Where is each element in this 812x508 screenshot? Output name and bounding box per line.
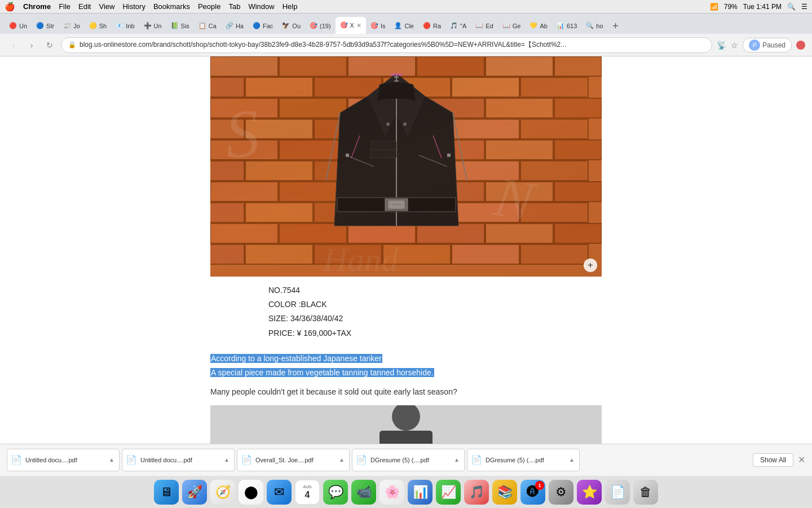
tab-11[interactable]: 🦅 Ou — [277, 18, 305, 34]
download-item-5[interactable]: 📄 DGresume (5) (....pdf ▲ — [467, 449, 580, 471]
tab-17[interactable]: 🎵 "A — [445, 18, 471, 34]
highlight-line-1: According to a long-established Japanese… — [210, 352, 602, 366]
download-info-1: Untitled docu....pdf — [25, 457, 105, 463]
tab-18[interactable]: 📖 Ed — [471, 18, 497, 34]
tab-6[interactable]: ➕ Un — [139, 18, 166, 34]
tab-5[interactable]: 📧 Inb — [111, 18, 139, 34]
cast-icon[interactable]: 📡 — [717, 41, 726, 50]
tab-7[interactable]: 📗 Sis — [166, 18, 194, 34]
control-strip-icon[interactable]: ☰ — [801, 3, 807, 11]
tab-16[interactable]: 🔴 Ra — [418, 18, 445, 34]
svg-rect-5 — [486, 56, 553, 76]
tab-3[interactable]: 📰 Jo — [59, 18, 85, 34]
keynote-icon: 📊 — [413, 485, 428, 500]
show-all-button[interactable]: Show All — [753, 453, 793, 467]
tab-close-13[interactable]: ✕ — [356, 22, 361, 29]
record-button[interactable] — [796, 41, 805, 50]
svg-rect-12 — [520, 77, 588, 97]
tab-15[interactable]: 👤 Cle — [390, 18, 418, 34]
url-bar[interactable]: 🔒 blog.us-onlinestore.com/brand/schott/s… — [61, 37, 712, 53]
download-chevron-4[interactable]: ▲ — [454, 457, 460, 463]
dock-item-trash[interactable]: 🗑 — [633, 480, 658, 505]
dock-item-books[interactable]: 📚 — [492, 480, 517, 505]
tab-title-6: Un — [154, 23, 162, 29]
dock-item-safari[interactable]: 🧭 — [210, 480, 235, 505]
tab-favicon-11: 🦅 — [282, 22, 290, 30]
tab-favicon-1: 🔴 — [9, 22, 17, 30]
dock-item-numbers[interactable]: 📈 — [436, 480, 461, 505]
bookmark-star-icon[interactable]: ☆ — [731, 41, 738, 50]
tab-title-15: Cle — [404, 23, 414, 29]
menu-edit[interactable]: Edit — [78, 2, 91, 11]
menu-history[interactable]: History — [122, 2, 145, 11]
download-item-1[interactable]: 📄 Untitled docu....pdf ▲ — [7, 449, 120, 471]
tab-12[interactable]: 🎯 (19) — [305, 18, 336, 34]
dock-item-sysprefs[interactable]: ⚙ — [549, 480, 573, 505]
svg-rect-49 — [210, 224, 278, 243]
tab-title-3: Jo — [73, 23, 80, 29]
reload-button[interactable]: ↻ — [43, 38, 56, 52]
download-item-3[interactable]: 📄 Overall_St. Joe....pdf ▲ — [237, 449, 350, 471]
download-chevron-1[interactable]: ▲ — [109, 457, 114, 463]
download-chevron-2[interactable]: ▲ — [224, 457, 230, 463]
tab-4[interactable]: 🟡 Sh — [85, 18, 111, 34]
ssl-lock-icon: 🔒 — [68, 41, 76, 49]
dock-item-music[interactable]: 🎵 — [464, 480, 489, 505]
image-expand-button[interactable]: + — [584, 259, 597, 272]
dock-item-keynote[interactable]: 📊 — [408, 480, 433, 505]
download-chevron-3[interactable]: ▲ — [339, 457, 345, 463]
dock-item-capturismo[interactable]: ⭐ — [577, 480, 602, 505]
tab-21[interactable]: 📊 613 — [552, 18, 581, 34]
apple-menu[interactable]: 🍎 — [5, 2, 15, 12]
tab-14[interactable]: 🎯 Is — [366, 18, 390, 34]
new-tab-button[interactable]: + — [608, 18, 624, 34]
dock-item-finder2[interactable]: 📄 — [605, 480, 630, 505]
menu-help[interactable]: Help — [283, 2, 298, 11]
tab-13-active[interactable]: 🎯 X ✕ — [336, 17, 366, 34]
svg-rect-3 — [348, 56, 416, 76]
menu-tab[interactable]: Tab — [228, 2, 240, 11]
search-icon[interactable]: 🔍 — [787, 3, 796, 11]
tab-1[interactable]: 🔴 Un — [5, 18, 32, 34]
menu-file[interactable]: File — [59, 2, 70, 11]
dock-item-appstore[interactable]: 🅐 1 — [520, 480, 545, 505]
download-item-4[interactable]: 📄 DGresume (5) (....pdf ▲ — [352, 449, 465, 471]
dock-item-calendar[interactable]: AUG4 — [295, 480, 320, 505]
tab-19[interactable]: 📖 Ge — [498, 18, 526, 34]
tab-20[interactable]: 💛 Ab — [525, 18, 551, 34]
forward-button[interactable]: › — [25, 38, 38, 52]
svg-rect-55 — [210, 244, 244, 264]
tab-title-16: Ra — [433, 23, 441, 29]
menu-view[interactable]: View — [99, 2, 114, 11]
paused-button[interactable]: P Paused — [743, 38, 792, 52]
menu-chrome[interactable]: Chrome — [23, 2, 51, 11]
dock-item-launchpad[interactable]: 🚀 — [182, 480, 207, 505]
downloads-close-button[interactable]: ✕ — [798, 454, 805, 465]
dock-item-mail[interactable]: ✉ — [267, 480, 292, 505]
svg-rect-66 — [394, 80, 399, 82]
dock-item-messages[interactable]: 💬 — [323, 480, 348, 505]
dock-item-facetime[interactable]: 📹 — [351, 480, 376, 505]
tab-8[interactable]: 📋 Ca — [194, 18, 221, 34]
tab-10[interactable]: 🔵 Fac — [248, 18, 277, 34]
dock-item-finder[interactable]: 🖥 — [154, 480, 179, 505]
addressbar: ‹ › ↻ 🔒 blog.us-onlinestore.com/brand/sc… — [0, 34, 812, 56]
menu-people[interactable]: People — [198, 2, 220, 11]
menu-bookmarks[interactable]: Bookmarks — [153, 2, 190, 11]
download-item-2[interactable]: 📄 Untitled docu....pdf ▲ — [122, 449, 235, 471]
svg-rect-8 — [245, 77, 313, 97]
back-button[interactable]: ‹ — [7, 38, 20, 52]
dock-item-chrome[interactable]: ⬤ — [239, 480, 263, 505]
tab-favicon-20: 💛 — [529, 22, 537, 30]
download-chevron-5[interactable]: ▲ — [569, 457, 575, 463]
svg-rect-56 — [245, 244, 313, 264]
tab-22[interactable]: 🔍 ho — [581, 18, 607, 34]
highlighted-text-1: According to a long-established Japanese… — [210, 354, 382, 363]
tab-favicon-7: 📗 — [171, 22, 179, 30]
dock-item-photos[interactable]: 🌸 — [379, 480, 404, 505]
tab-9[interactable]: 🔗 Ha — [221, 18, 248, 34]
tab-title-10: Fac — [263, 23, 273, 29]
download-filename-1: Untitled docu....pdf — [25, 457, 105, 463]
menu-window[interactable]: Window — [248, 2, 274, 11]
tab-2[interactable]: 🔵 Str — [32, 18, 59, 34]
